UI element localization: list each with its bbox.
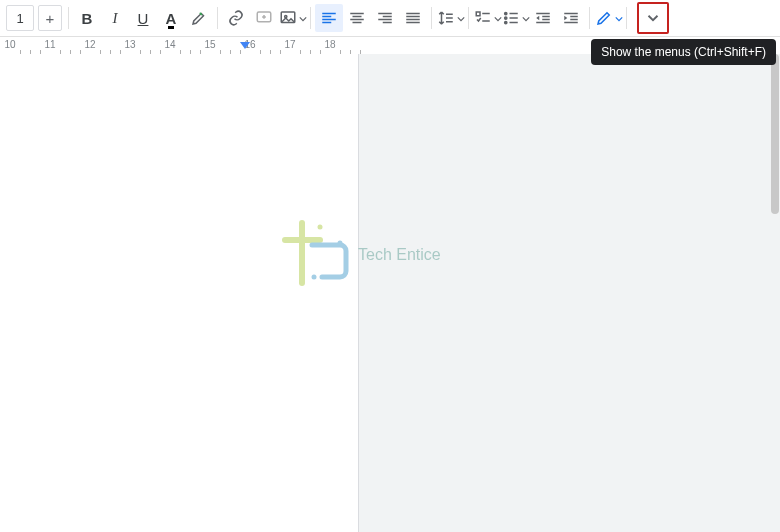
show-menus-button[interactable] — [637, 2, 669, 34]
indent-decrease-icon — [534, 9, 552, 27]
align-left-button[interactable] — [315, 4, 343, 32]
highlight-color-button[interactable] — [185, 4, 213, 32]
svg-point-4 — [505, 12, 507, 14]
line-spacing-icon — [437, 9, 455, 27]
line-spacing-button[interactable] — [436, 4, 464, 32]
link-icon — [227, 9, 245, 27]
ruler-number: 11 — [44, 39, 55, 50]
underline-icon: U — [138, 10, 149, 27]
chevron-down-icon — [457, 15, 463, 21]
insert-link-button[interactable] — [222, 4, 250, 32]
chevron-down-icon — [494, 15, 500, 21]
chevron-down-icon — [522, 15, 528, 21]
ruler-number: 12 — [84, 39, 95, 50]
image-icon — [279, 9, 297, 27]
bulleted-list-icon — [502, 9, 520, 27]
bulleted-list-button[interactable] — [501, 4, 529, 32]
underline-button[interactable]: U — [129, 4, 157, 32]
ruler-number: 13 — [124, 39, 135, 50]
toolbar: 1 + B I U A — [0, 0, 780, 37]
separator — [310, 7, 311, 29]
separator — [431, 7, 432, 29]
separator — [68, 7, 69, 29]
ruler-number: 10 — [4, 39, 15, 50]
italic-icon: I — [113, 10, 118, 27]
ruler-indent-marker[interactable] — [240, 42, 250, 49]
increase-indent-button[interactable] — [557, 4, 585, 32]
align-justify-icon — [404, 9, 422, 27]
ruler-number: 18 — [324, 39, 335, 50]
comment-icon — [255, 9, 273, 27]
svg-point-6 — [505, 21, 507, 23]
svg-point-7 — [318, 225, 323, 230]
ruler-number: 17 — [284, 39, 295, 50]
ruler-number: 15 — [204, 39, 215, 50]
align-left-icon — [320, 9, 338, 27]
ruler-number: 14 — [164, 39, 175, 50]
indent-increase-icon — [562, 9, 580, 27]
svg-rect-3 — [476, 12, 480, 16]
bold-button[interactable]: B — [73, 4, 101, 32]
watermark: Tech Entice — [280, 215, 441, 295]
watermark-logo — [280, 215, 350, 295]
highlighter-icon — [190, 9, 208, 27]
svg-point-8 — [338, 241, 343, 246]
font-size-increase-button[interactable]: + — [38, 5, 62, 31]
separator — [626, 7, 627, 29]
add-comment-button[interactable] — [250, 4, 278, 32]
watermark-text: Tech Entice — [358, 246, 441, 264]
separator — [217, 7, 218, 29]
bold-icon: B — [82, 10, 93, 27]
svg-point-5 — [505, 17, 507, 19]
show-menus-tooltip: Show the menus (Ctrl+Shift+F) — [591, 39, 776, 65]
vertical-scrollbar[interactable] — [770, 54, 780, 532]
align-center-button[interactable] — [343, 4, 371, 32]
separator — [589, 7, 590, 29]
scrollbar-thumb[interactable] — [771, 54, 779, 214]
align-justify-button[interactable] — [399, 4, 427, 32]
insert-image-button[interactable] — [278, 4, 306, 32]
font-size-input[interactable]: 1 — [6, 5, 34, 31]
chevron-down-icon — [644, 9, 662, 27]
chevron-down-icon — [615, 15, 621, 21]
text-color-button[interactable]: A — [157, 4, 185, 32]
italic-button[interactable]: I — [101, 4, 129, 32]
separator — [468, 7, 469, 29]
checklist-icon — [474, 9, 492, 27]
align-right-icon — [376, 9, 394, 27]
decrease-indent-button[interactable] — [529, 4, 557, 32]
editing-mode-button[interactable] — [594, 4, 622, 32]
text-color-icon: A — [166, 10, 177, 27]
align-center-icon — [348, 9, 366, 27]
align-right-button[interactable] — [371, 4, 399, 32]
pen-icon — [595, 9, 613, 27]
chevron-down-icon — [299, 15, 305, 21]
checklist-button[interactable] — [473, 4, 501, 32]
svg-point-9 — [312, 275, 317, 280]
